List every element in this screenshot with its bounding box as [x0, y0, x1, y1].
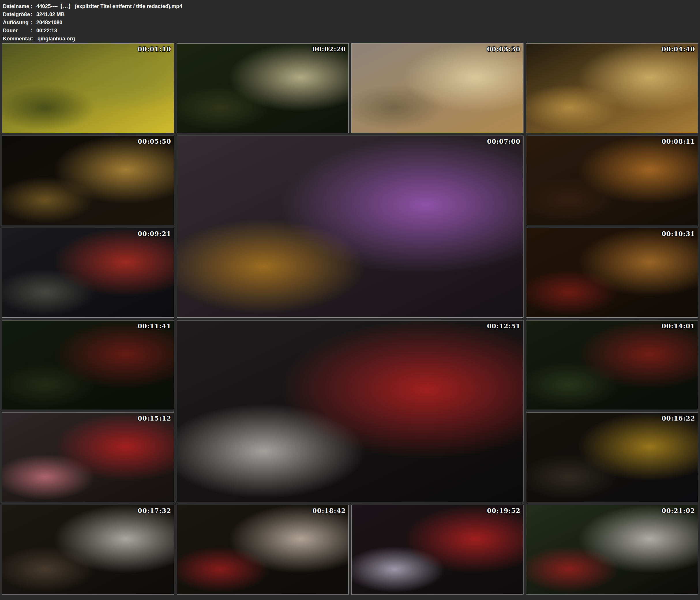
video-thumbnail: 00:10:31 [526, 228, 698, 318]
timestamp-overlay: 00:21:02 [661, 507, 695, 514]
timestamp-overlay: 00:03:30 [487, 45, 520, 53]
video-thumbnail: 00:12:51 [177, 320, 524, 502]
thumbnail-placeholder-art [2, 413, 174, 502]
video-thumbnail: 00:16:22 [526, 412, 698, 502]
timestamp-overlay: 00:10:31 [661, 230, 695, 238]
metadata-label: Dateigröße [3, 10, 30, 19]
metadata-separator: : [30, 27, 36, 34]
metadata-value: 2048x1080 [36, 19, 62, 27]
timestamp-overlay: 00:11:41 [138, 322, 171, 330]
metadata-label: Dateiname [3, 2, 30, 10]
thumbnail-placeholder-art [526, 44, 698, 133]
thumbnail-grid: 00:01:1000:02:2000:03:3000:04:4000:05:50… [2, 43, 698, 595]
timestamp-overlay: 00:19:52 [487, 507, 520, 514]
metadata-separator: : [30, 2, 36, 10]
timestamp-overlay: 00:14:01 [661, 322, 695, 330]
video-thumbnail: 00:01:10 [2, 43, 174, 133]
video-thumbnail: 00:09:21 [2, 228, 174, 318]
thumbnail-placeholder-art [2, 505, 174, 594]
timestamp-overlay: 00:04:40 [661, 45, 695, 53]
thumbnail-placeholder-art [352, 505, 523, 594]
timestamp-overlay: 00:09:21 [138, 230, 171, 238]
thumbnail-placeholder-art [526, 505, 698, 594]
video-thumbnail: 00:03:30 [351, 43, 524, 133]
file-metadata-header: Dateiname:44025----【…】 (expliziter Titel… [0, 0, 700, 43]
timestamp-overlay: 00:15:12 [138, 415, 171, 422]
video-thumbnail: 00:08:11 [526, 135, 698, 225]
timestamp-overlay: 00:07:00 [487, 138, 520, 145]
video-thumbnail: 00:05:50 [2, 135, 174, 225]
timestamp-overlay: 00:18:42 [312, 507, 346, 514]
thumbnail-placeholder-art [2, 136, 174, 225]
metadata-row-aufloesung: Auflösung:2048x1080 [3, 19, 697, 27]
thumbnail-placeholder-art [526, 321, 698, 409]
metadata-row-kommentar: Kommentar:qinglanhua.org [3, 34, 697, 43]
metadata-row-dateiname: Dateiname:44025----【…】 (expliziter Titel… [3, 2, 697, 10]
metadata-separator: : [32, 34, 38, 43]
thumbnail-placeholder-art [352, 44, 523, 133]
timestamp-overlay: 00:01:10 [138, 45, 171, 53]
thumbnail-placeholder-art [526, 413, 698, 502]
metadata-row-dauer: Dauer:00:22:13 [3, 27, 697, 34]
metadata-label: Kommentar [3, 34, 32, 43]
timestamp-overlay: 00:16:22 [661, 415, 695, 422]
metadata-value: qinglanhua.org [38, 34, 75, 43]
thumbnail-placeholder-art [2, 321, 174, 409]
video-thumbnail: 00:14:01 [526, 320, 698, 410]
thumbnail-placeholder-art [526, 136, 698, 225]
timestamp-overlay: 00:12:51 [487, 322, 520, 330]
thumbnail-placeholder-art [2, 228, 174, 317]
thumbnail-placeholder-art [177, 136, 523, 317]
metadata-value: 3241.02 MB [36, 10, 65, 19]
video-thumbnail: 00:07:00 [177, 135, 524, 318]
thumbnail-placeholder-art [177, 44, 349, 133]
metadata-row-dateigroesse: Dateigröße:3241.02 MB [3, 10, 697, 19]
timestamp-overlay: 00:17:32 [138, 507, 171, 514]
video-thumbnail: 00:18:42 [177, 505, 349, 595]
video-thumbnail: 00:04:40 [526, 43, 698, 133]
thumbnail-placeholder-art [2, 44, 174, 133]
metadata-separator: : [30, 10, 36, 19]
video-thumbnail: 00:19:52 [351, 505, 524, 595]
timestamp-overlay: 00:02:20 [312, 45, 346, 53]
thumbnail-placeholder-art [177, 505, 349, 594]
video-thumbnail: 00:15:12 [2, 412, 174, 502]
thumbnail-placeholder-art [177, 321, 523, 502]
metadata-value: 00:22:13 [36, 27, 57, 34]
video-thumbnail: 00:17:32 [2, 505, 174, 595]
metadata-label: Dauer [3, 27, 30, 34]
contact-sheet: Dateiname:44025----【…】 (expliziter Titel… [0, 0, 700, 600]
thumbnail-placeholder-art [526, 228, 698, 317]
video-thumbnail: 00:21:02 [526, 505, 698, 595]
metadata-label: Auflösung [3, 19, 30, 27]
video-thumbnail: 00:11:41 [2, 320, 174, 410]
video-thumbnail: 00:02:20 [177, 43, 349, 133]
timestamp-overlay: 00:05:50 [138, 138, 171, 145]
filename-value: 44025----【…】 (expliziter Titel entfernt … [36, 2, 182, 10]
timestamp-overlay: 00:08:11 [661, 138, 695, 145]
metadata-separator: : [30, 19, 36, 27]
